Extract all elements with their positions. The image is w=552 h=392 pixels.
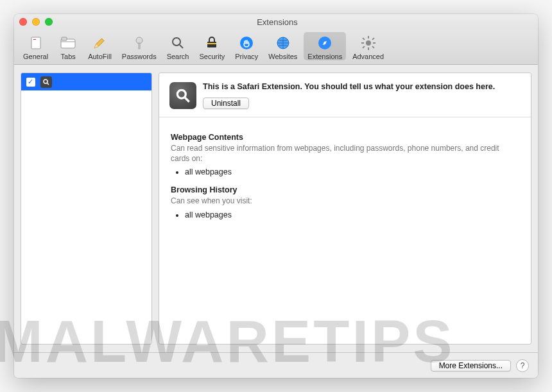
lock-icon — [202, 33, 221, 53]
toolbar-item-label: Websites — [268, 53, 297, 60]
svg-rect-19 — [372, 37, 374, 40]
uninstall-button[interactable]: Uninstall — [203, 98, 249, 109]
svg-point-12 — [366, 40, 371, 46]
search-icon — [168, 33, 187, 53]
svg-rect-16 — [373, 42, 375, 44]
pencil-icon — [90, 33, 109, 53]
key-icon — [130, 33, 149, 53]
svg-point-9 — [240, 37, 253, 49]
tab-passwords[interactable]: Passwords — [118, 32, 160, 60]
content-area: This is a Safari Extension. You should t… — [14, 65, 538, 352]
svg-rect-14 — [368, 47, 369, 50]
window-footer: More Extensions... ? — [14, 352, 538, 378]
toolbar-item-label: Search — [167, 53, 189, 60]
permission-subtitle-webpage: Can read sensitive information from webp… — [171, 143, 519, 164]
window-title: Extensions — [22, 17, 533, 27]
preferences-toolbar: General Tabs AutoFill Passwords Search — [14, 30, 538, 65]
tab-autofill[interactable]: AutoFill — [84, 32, 116, 60]
extension-icon — [169, 82, 196, 109]
permission-item: all webpages — [185, 167, 519, 176]
compass-icon — [315, 33, 334, 53]
more-extensions-button[interactable]: More Extensions... — [431, 360, 511, 371]
hand-icon — [237, 33, 256, 53]
svg-point-21 — [44, 80, 47, 83]
tab-security[interactable]: Security — [195, 32, 229, 60]
permission-subtitle-history: Can see when you visit: — [171, 196, 519, 206]
svg-rect-7 — [207, 42, 216, 47]
extension-permissions: Webpage Contents Can read sensitive info… — [159, 117, 531, 241]
tab-extensions[interactable]: Extensions — [304, 32, 346, 60]
svg-rect-0 — [31, 37, 40, 49]
toolbar-item-label: General — [23, 53, 48, 60]
extension-enabled-checkbox[interactable] — [26, 78, 35, 87]
permission-heading-history: Browsing History — [171, 185, 519, 194]
tabs-icon — [58, 33, 78, 53]
svg-rect-17 — [362, 37, 365, 40]
toolbar-item-label: Extensions — [307, 53, 342, 60]
extensions-sidebar — [21, 72, 152, 345]
toolbar-item-label: AutoFill — [88, 53, 112, 60]
tab-privacy[interactable]: Privacy — [231, 32, 262, 60]
svg-rect-18 — [372, 46, 374, 48]
svg-rect-5 — [139, 43, 140, 49]
svg-rect-1 — [33, 39, 36, 40]
permission-heading-webpage: Webpage Contents — [171, 133, 519, 142]
toolbar-item-label: Security — [199, 53, 225, 60]
extension-description: This is a Safari Extension. You should t… — [203, 82, 495, 92]
tab-search[interactable]: Search — [163, 32, 193, 60]
svg-rect-8 — [207, 43, 216, 44]
extension-header: This is a Safari Extension. You should t… — [159, 73, 531, 117]
svg-rect-13 — [368, 36, 369, 38]
permission-item: all webpages — [185, 210, 519, 219]
general-icon — [26, 33, 46, 53]
svg-rect-20 — [362, 46, 365, 48]
toolbar-item-label: Privacy — [235, 53, 258, 60]
gear-icon — [359, 33, 378, 53]
titlebar: Extensions — [14, 14, 538, 30]
tab-advanced[interactable]: Advanced — [349, 32, 388, 60]
preferences-window: Extensions General Tabs AutoFill Passwo — [14, 14, 538, 378]
toolbar-item-label: Tabs — [61, 53, 76, 60]
extension-detail: This is a Safari Extension. You should t… — [159, 72, 531, 345]
search-icon — [40, 76, 52, 88]
toolbar-item-label: Advanced — [352, 53, 384, 60]
tab-general[interactable]: General — [19, 32, 52, 60]
help-button[interactable]: ? — [516, 359, 529, 372]
toolbar-item-label: Passwords — [122, 53, 157, 60]
svg-rect-3 — [62, 37, 67, 40]
globe-icon — [273, 33, 293, 53]
tab-tabs[interactable]: Tabs — [55, 32, 82, 60]
tab-websites[interactable]: Websites — [264, 32, 301, 60]
sidebar-extension-item[interactable] — [21, 73, 151, 90]
svg-point-22 — [177, 90, 185, 98]
svg-rect-15 — [361, 42, 364, 44]
svg-point-6 — [173, 38, 180, 46]
